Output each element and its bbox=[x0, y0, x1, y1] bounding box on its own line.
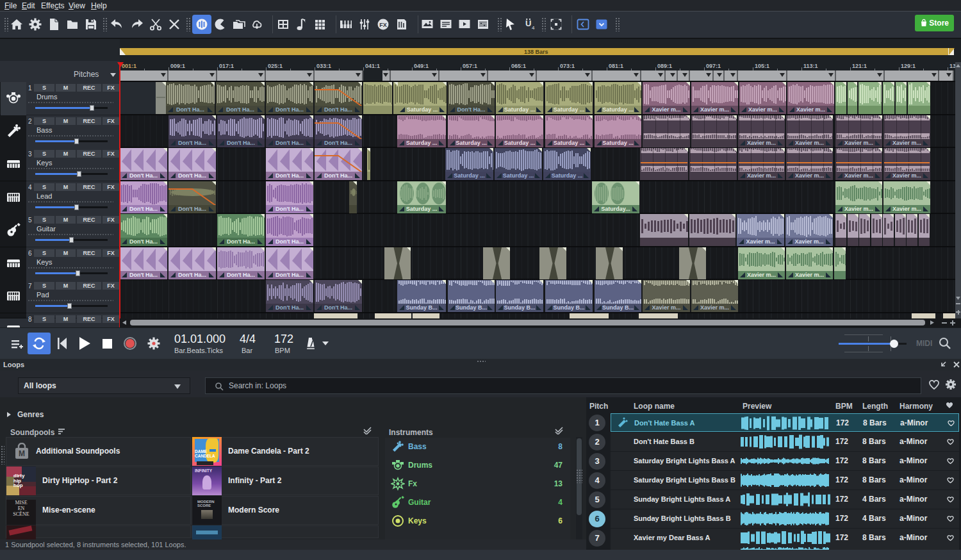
svg-text:4: 4 bbox=[532, 25, 535, 31]
svg-text:M: M bbox=[19, 449, 25, 458]
svg-text:U: U bbox=[525, 19, 531, 28]
svg-text:FX: FX bbox=[379, 22, 387, 28]
